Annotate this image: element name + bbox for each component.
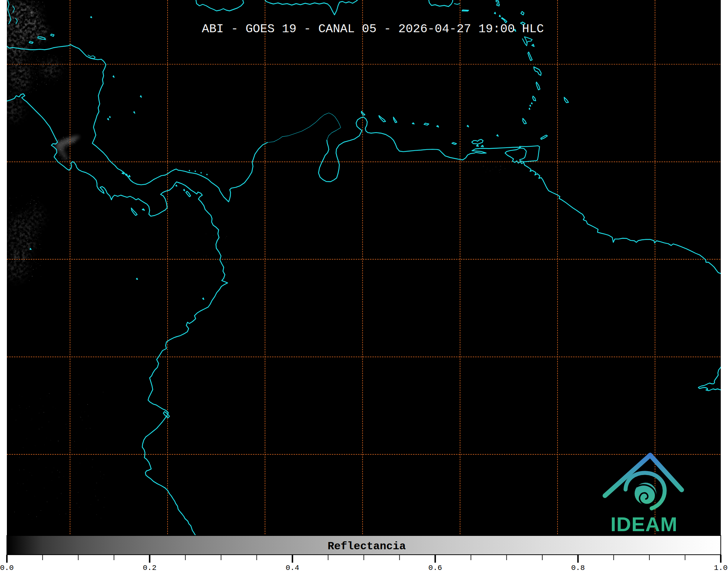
- svg-text:1.0: 1.0: [714, 564, 728, 571]
- svg-text:ABI - GOES 19 - CANAL 05 - 202: ABI - GOES 19 - CANAL 05 - 2026-04-27 19…: [202, 22, 544, 36]
- svg-text:0.0: 0.0: [0, 564, 14, 571]
- svg-text:IDEAM: IDEAM: [610, 513, 677, 536]
- svg-text:0.8: 0.8: [571, 564, 585, 571]
- svg-text:0.2: 0.2: [143, 564, 156, 571]
- svg-text:Reflectancia: Reflectancia: [328, 540, 406, 553]
- svg-text:0.4: 0.4: [286, 564, 299, 571]
- svg-text:0.6: 0.6: [428, 564, 442, 571]
